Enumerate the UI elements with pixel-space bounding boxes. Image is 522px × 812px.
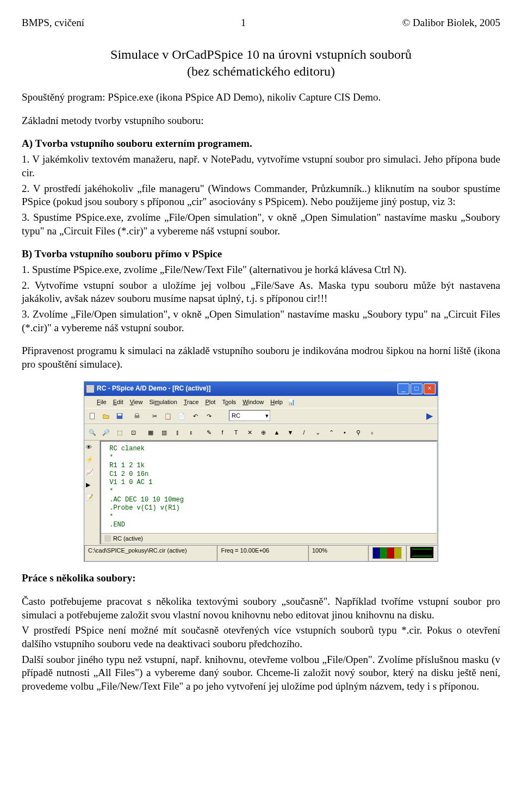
copy-button[interactable]: 📋 bbox=[162, 410, 174, 422]
close-button[interactable]: × bbox=[424, 383, 436, 394]
statusbar: C:\cad\SPICE_pokusy\RC.cir (active) Freq… bbox=[84, 544, 438, 561]
svg-rect-4 bbox=[135, 414, 138, 416]
item-a2: 2. V prostředí jakéhokoliv „file manager… bbox=[22, 182, 500, 209]
paragraph-intro: Spouštěný program: PSpice.exe (ikona PSp… bbox=[22, 91, 500, 104]
editor-content[interactable]: RC clanek * R1 1 2 1k C1 2 0 16n V1 1 0 … bbox=[101, 442, 437, 533]
status-wave-icon bbox=[406, 545, 438, 561]
sidebar-view-button[interactable]: 👁 bbox=[85, 443, 96, 454]
pspice-window: RC - PSpice A/D Demo - [RC (active)] _ □… bbox=[84, 381, 438, 562]
cursor-point-button[interactable]: • bbox=[339, 426, 351, 438]
header-left: BMPS, cvičení bbox=[22, 16, 84, 30]
item-b1: 1. Spustíme PSpice.exe, zvolíme „File/Ne… bbox=[22, 263, 500, 277]
menu-file[interactable]: File bbox=[94, 397, 109, 407]
marker-button[interactable]: ✕ bbox=[244, 426, 256, 438]
paragraph-readiness: Připravenost programu k simulaci na zákl… bbox=[22, 344, 500, 371]
menu-help[interactable]: Help bbox=[268, 397, 285, 407]
sidebar-text-button[interactable]: 📝 bbox=[85, 493, 96, 504]
sidebar-probe-button[interactable]: ⚡ bbox=[85, 455, 96, 466]
run-simulation-button[interactable]: ▶ bbox=[424, 410, 436, 422]
sidebar-chart-button[interactable]: 📈 bbox=[85, 468, 96, 479]
item-b2: 2. Vytvoříme vstupní soubor a uložíme je… bbox=[22, 279, 500, 306]
cursor-button[interactable]: ⊕ bbox=[257, 426, 269, 438]
log-x-button[interactable]: ▦ bbox=[145, 426, 157, 438]
menu-tools[interactable]: Tools bbox=[219, 397, 239, 407]
section-multiple-files: Práce s několika soubory: bbox=[22, 572, 500, 585]
svg-rect-2 bbox=[118, 414, 122, 416]
add-trace-button[interactable]: ✎ bbox=[203, 426, 215, 438]
maximize-button[interactable]: □ bbox=[411, 383, 422, 394]
menu-view[interactable]: View bbox=[127, 397, 146, 407]
page-number: 1 bbox=[241, 16, 246, 30]
zoom-area-button[interactable]: ⬚ bbox=[114, 426, 126, 438]
new-button[interactable] bbox=[86, 410, 98, 422]
editor-tab[interactable]: RC (active) bbox=[101, 533, 437, 543]
menu-trace[interactable]: Trace bbox=[181, 397, 202, 407]
cursor-min-button[interactable]: ⌄ bbox=[312, 426, 324, 438]
status-path: C:\cad\SPICE_pokusy\RC.cir (active) bbox=[84, 545, 217, 561]
paragraph-p5: V prostředí PSpice není možné mít součas… bbox=[22, 624, 500, 650]
undo-button[interactable]: ↶ bbox=[189, 410, 201, 422]
zoom-in-button[interactable]: 🔍 bbox=[86, 426, 98, 438]
paste-button[interactable]: 📄 bbox=[176, 410, 188, 422]
cursor-trough-button[interactable]: ▼ bbox=[284, 426, 296, 438]
status-chart-icon bbox=[368, 545, 406, 561]
section-b-heading: B) Tvorba vstupního souboru přímo v PSpi… bbox=[22, 247, 500, 261]
item-a3: 3. Spustíme PSpice.exe, zvolíme „File/Op… bbox=[22, 211, 500, 238]
toolbar-secondary: 🔍 🔎 ⬚ ⊡ ▦ ▥ ⫿ ⫾ ✎ f T ✕ ⊕ ▲ ▼ / ⌄ ⌃ • ⚲ … bbox=[84, 424, 438, 441]
item-b3: 3. Zvolíme „File/Open simulation", v okn… bbox=[22, 308, 500, 334]
header-right: © Dalibor Biolek, 2005 bbox=[402, 16, 500, 30]
performance-button[interactable]: ⫾ bbox=[185, 426, 197, 438]
text-label-button[interactable]: T bbox=[230, 426, 242, 438]
app-icon bbox=[86, 385, 94, 393]
cursor-peak-button[interactable]: ▲ bbox=[271, 426, 283, 438]
sidebar: 👁 ⚡ 📈 ▶ 📝 bbox=[84, 441, 100, 544]
cut-button[interactable]: ✂ bbox=[148, 410, 160, 422]
cursor-search-button[interactable]: ⚲ bbox=[352, 426, 364, 438]
simulation-name-input[interactable] bbox=[231, 412, 265, 419]
page-header: BMPS, cvičení 1 © Dalibor Biolek, 2005 bbox=[22, 16, 500, 30]
menu-edit[interactable]: Edit bbox=[110, 397, 126, 407]
text-editor[interactable]: RC clanek * R1 1 2 1k C1 2 0 16n V1 1 0 … bbox=[100, 441, 438, 544]
minimize-button[interactable]: _ bbox=[397, 383, 409, 394]
menu-plot[interactable]: Plot bbox=[202, 397, 218, 407]
tab-icon bbox=[104, 535, 111, 542]
section-a-heading: A) Tvorba vstupního souboru externím pro… bbox=[22, 137, 500, 151]
status-percent: 100% bbox=[308, 545, 368, 561]
open-button[interactable] bbox=[100, 410, 112, 422]
zoom-fit-button[interactable]: ⊡ bbox=[127, 426, 139, 438]
svg-rect-0 bbox=[90, 413, 95, 419]
tab-label: RC (active) bbox=[113, 535, 143, 542]
menu-simulation[interactable]: Simulation bbox=[146, 397, 179, 407]
paragraph-p4: Často potřebujeme pracovat s několika te… bbox=[22, 595, 500, 622]
item-a1: 1. V jakémkoliv textovém manažeru, např.… bbox=[22, 153, 500, 179]
print-button[interactable] bbox=[131, 410, 143, 422]
document-title: Simulace v OrCadPSpice 10 na úrovni vstu… bbox=[22, 46, 500, 80]
save-button[interactable] bbox=[114, 410, 126, 422]
status-freq: Freq = 10.00E+06 bbox=[217, 545, 308, 561]
cursor-slope-button[interactable]: / bbox=[298, 426, 310, 438]
paragraph-p6: Další soubor jiného typu než vstupní, na… bbox=[22, 653, 500, 693]
doc-icon bbox=[86, 399, 93, 405]
paragraph-methods: Základní metody tvorby vstupního souboru… bbox=[22, 114, 500, 128]
zoom-out-button[interactable]: 🔎 bbox=[100, 426, 112, 438]
titlebar[interactable]: RC - PSpice A/D Demo - [RC (active)] _ □… bbox=[84, 382, 438, 396]
fft-button[interactable]: ⫿ bbox=[172, 426, 184, 438]
menubar: File Edit View Simulation Trace Plot Too… bbox=[84, 396, 438, 408]
menu-extra-icon[interactable]: 📊 bbox=[287, 398, 296, 406]
eval-goal-button[interactable]: f bbox=[216, 426, 228, 438]
simulation-combo[interactable]: ▾ bbox=[229, 410, 270, 421]
sidebar-sim-button[interactable]: ▶ bbox=[85, 480, 96, 491]
mark-label-button[interactable]: ⬨ bbox=[366, 426, 378, 438]
log-y-button[interactable]: ▥ bbox=[158, 426, 170, 438]
redo-button[interactable]: ↷ bbox=[203, 410, 215, 422]
window-title: RC - PSpice A/D Demo - [RC (active)] bbox=[97, 385, 397, 393]
toolbar-main: ✂ 📋 📄 ↶ ↷ ▾ ▶ bbox=[84, 408, 438, 424]
cursor-max-button[interactable]: ⌃ bbox=[325, 426, 337, 438]
dropdown-icon[interactable]: ▾ bbox=[265, 412, 269, 419]
menu-window[interactable]: Window bbox=[240, 397, 266, 407]
